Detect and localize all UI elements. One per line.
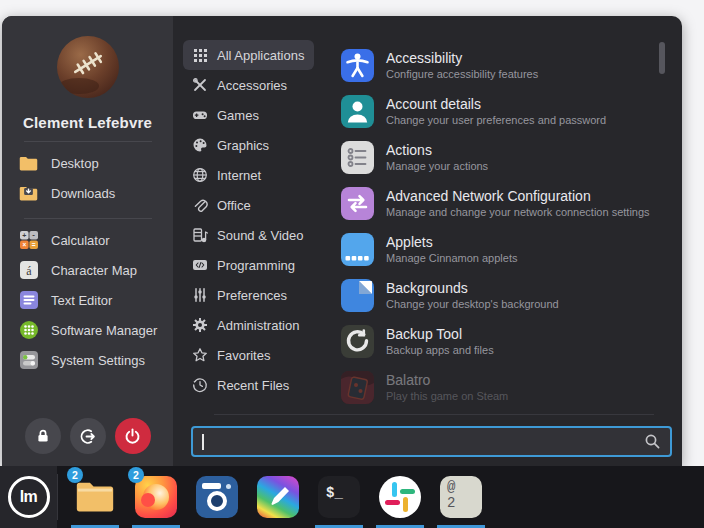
taskbar-item-files[interactable]: 2 [73,466,117,528]
app-name: Applets [386,234,517,251]
brush-icon [266,485,290,509]
backup-icon [341,325,374,358]
svg-text:=: = [31,241,35,248]
star-icon [192,347,208,363]
category-label: Accessories [217,78,287,93]
files-icon [73,477,117,517]
notification-badge: 2 [128,467,144,483]
tools-icon [192,77,208,93]
lock-icon [35,428,51,444]
sidebar-item-software-manager[interactable]: Software Manager [18,315,173,345]
category-recent-files[interactable]: Recent Files [183,370,299,400]
category-preferences[interactable]: Preferences [183,280,297,310]
taskbar-item-screenshot[interactable] [195,466,239,528]
app-name: Actions [386,142,488,159]
category-label: Administration [217,318,299,333]
taskbar-item-terminal[interactable]: $_ [317,466,361,528]
category-label: Sound & Video [217,228,304,243]
scrollbar-thumb[interactable] [659,42,665,74]
power-icon [124,428,141,445]
category-sound-video[interactable]: Sound & Video [183,220,314,250]
search-input[interactable] [191,426,672,457]
accessibility-icon [341,49,374,82]
lock-button[interactable] [25,418,61,454]
sidebar-item-system-settings[interactable]: System Settings [18,345,173,375]
football-avatar-image [57,36,119,98]
recent-icon [192,377,208,393]
svg-text:+: + [22,232,26,239]
category-accessories[interactable]: Accessories [183,70,297,100]
search-icon [644,433,661,450]
sidebar-item-desktop[interactable]: Desktop [18,148,173,178]
power-button[interactable] [115,418,151,454]
text-caret [202,434,204,450]
code-icon [192,257,208,273]
app-name: Account details [386,96,606,113]
taskbar-item-firefox[interactable]: 2 [134,466,178,528]
character-map-icon: á [18,260,39,281]
app-item-accessibility[interactable]: Accessibility Configure accessibility fe… [341,43,682,88]
app-item-actions[interactable]: Actions Manage your actions [341,135,682,180]
sidebar-item-text-editor[interactable]: Text Editor [18,285,173,315]
firefox-icon [135,476,177,518]
taskbar-item-slack[interactable] [378,466,422,528]
avatar[interactable] [57,36,119,98]
taskbar-item-xterm[interactable]: @ 2 [439,466,483,528]
category-internet[interactable]: Internet [183,160,271,190]
app-item-backgrounds[interactable]: Backgrounds Change your desktop's backgr… [341,273,682,318]
app-item-advanced-network-configuration[interactable]: Advanced Network Configuration Manage an… [341,181,682,226]
category-label: Programming [217,258,295,273]
app-description: Play this game on Steam [386,389,508,403]
balatro-icon [341,371,374,404]
user-account-icon [341,95,374,128]
category-label: Internet [217,168,261,183]
desktop: Clement Lefebvre Desktop [0,0,704,528]
category-all-applications[interactable]: All Applications [183,40,314,70]
app-item-account-details[interactable]: Account details Change your user prefere… [341,89,682,134]
session-buttons [2,418,173,454]
svg-text:×: × [22,241,26,248]
sidebar-item-label: System Settings [51,353,145,368]
folder-download-icon [18,183,39,204]
category-graphics[interactable]: Graphics [183,130,279,160]
app-item-applets[interactable]: Applets Manage Cinnamon applets [341,227,682,272]
sidebar-separator [24,218,152,219]
logout-button[interactable] [70,418,106,454]
sidebar-item-label: Character Map [51,263,137,278]
app-description: Change your user preferences and passwor… [386,113,606,127]
category-administration[interactable]: Administration [183,310,309,340]
places-list: Desktop Downloads [2,148,173,208]
app-item-balatro[interactable]: Balatro Play this game on Steam [341,365,682,410]
software-manager-icon [18,320,39,341]
grid-icon [192,47,208,63]
app-name: Accessibility [386,50,538,67]
app-description: Manage and change your network connectio… [386,205,650,219]
category-favorites[interactable]: Favorites [183,340,280,370]
category-office[interactable]: Office [183,190,261,220]
sidebar-item-calculator[interactable]: + - × = Calculator [18,225,173,255]
user-name: Clement Lefebvre [23,114,152,131]
globe-icon [192,167,208,183]
category-games[interactable]: Games [183,100,269,130]
sidebar-item-label: Calculator [51,233,110,248]
sidebar-item-downloads[interactable]: Downloads [18,178,173,208]
taskbar: lm 2 2 [0,466,704,528]
category-programming[interactable]: Programming [183,250,305,280]
sidebar-apps-list: + - × = Calculator á Character Map [2,225,173,375]
menu-button[interactable]: lm [0,466,57,528]
app-description: Configure accessibility features [386,67,538,81]
category-list: All Applications Accessories Games [173,16,329,466]
film-note-icon [192,227,208,243]
application-list: Accessibility Configure accessibility fe… [329,16,682,466]
sidebar-item-character-map[interactable]: á Character Map [18,255,173,285]
search-separator [214,414,654,415]
folder-icon [18,153,39,174]
paperclip-icon [192,197,208,213]
category-label: All Applications [217,48,304,63]
app-name: Backup Tool [386,326,494,343]
app-item-backup-tool[interactable]: Backup Tool Backup apps and files [341,319,682,364]
taskbar-item-drawing[interactable] [256,466,300,528]
network-arrows-icon [341,187,374,220]
terminal-icon: $_ [318,476,360,518]
drawing-app-icon [257,476,299,518]
